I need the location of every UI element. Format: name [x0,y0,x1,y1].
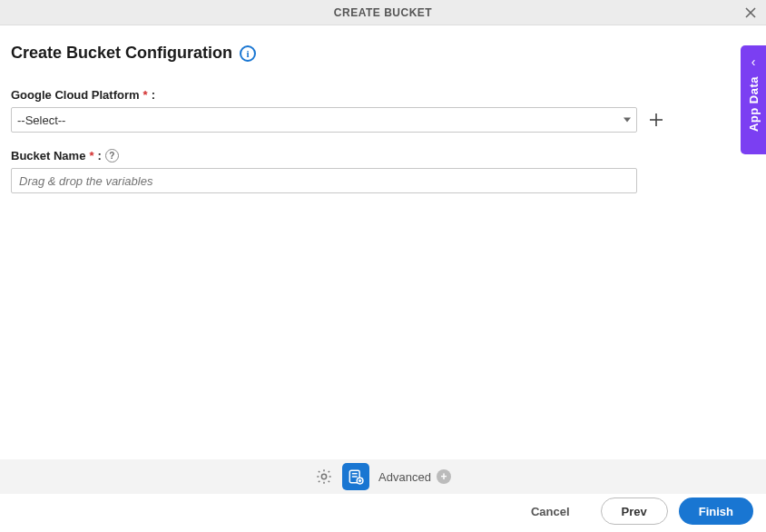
help-icon[interactable]: ? [105,149,119,163]
gcp-select-value: --Select-- [17,113,65,127]
advanced-label: Advanced [378,470,431,484]
info-icon[interactable]: i [240,45,256,62]
bottom-toolbar: Advanced + [0,459,766,494]
required-marker: * [89,149,93,163]
app-data-tab[interactable]: ‹ App Data [741,45,766,154]
bucket-name-label-row: Bucket Name*: ? [11,149,753,163]
advanced-toggle[interactable]: Advanced + [378,469,451,484]
gcp-select[interactable]: --Select-- [11,107,637,133]
field-gcp: Google Cloud Platform*: --Select-- [11,88,753,133]
field-bucket-name: Bucket Name*: ? [11,149,753,193]
gear-icon[interactable] [315,468,333,486]
close-icon[interactable] [742,5,759,21]
chevron-down-icon [624,118,631,123]
gcp-select-row: --Select-- [11,107,753,133]
page-title-row: Create Bucket Configuration i [11,44,753,63]
label-colon: : [97,149,101,163]
page-title: Create Bucket Configuration [11,44,232,63]
finish-button[interactable]: Finish [679,498,753,525]
gcp-label: Google Cloud Platform [11,88,140,102]
plus-icon: + [437,469,451,484]
footer-buttons: Cancel Prev Finish [511,498,753,525]
content-area: Create Bucket Configuration i Google Clo… [0,25,766,193]
chevron-left-icon: ‹ [751,54,756,69]
svg-point-4 [321,474,326,478]
add-gcp-button[interactable] [646,110,666,130]
form-add-icon[interactable] [342,463,369,490]
titlebar-title: CREATE BUCKET [334,6,432,19]
required-marker: * [143,88,148,102]
titlebar: CREATE BUCKET [0,0,766,25]
bucket-name-input[interactable] [11,168,637,193]
label-colon: : [152,88,155,102]
app-data-label: App Data [747,76,761,132]
cancel-button[interactable]: Cancel [511,498,590,525]
gcp-label-row: Google Cloud Platform*: [11,88,753,102]
bucket-name-label: Bucket Name [11,149,85,163]
prev-button[interactable]: Prev [601,498,668,525]
